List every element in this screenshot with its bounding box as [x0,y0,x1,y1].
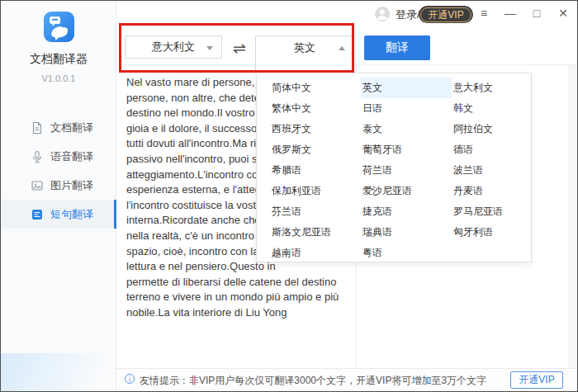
translate-button[interactable]: 翻译 [364,35,430,60]
language-option[interactable]: 日语 [361,98,452,119]
language-option[interactable]: 德语 [452,139,528,160]
language-dropdown-panel: 简体中文 繁体中文 西班牙文 俄罗斯文 希腊语 保加利亚语 芬兰语 斯洛文尼亚语… [256,73,532,262]
target-language-select[interactable]: 英文 [255,35,354,74]
chevron-up-icon [339,46,345,50]
language-option-selected[interactable]: 英文 [361,78,452,98]
language-option[interactable]: 斯洛文尼亚语 [270,222,361,243]
menu-icon[interactable]: ≡ [476,5,491,21]
language-column-2: 英文 日语 泰文 葡萄牙语 荷兰语 爱沙尼亚语 捷克语 瑞典语 粤语 [361,78,452,262]
sidebar-item-label: 短句翻译 [50,207,93,222]
language-option[interactable]: 波兰语 [452,160,528,181]
language-option[interactable]: 繁体中文 [270,98,361,119]
sidebar-item-label: 图片翻译 [50,178,93,193]
language-option[interactable]: 简体中文 [270,78,361,98]
source-line: permette di liberarsi delle catene del d… [126,275,304,290]
sentence-icon [31,208,44,221]
window-controls: ≡ — □ ✕ [476,5,571,21]
sidebar: 文档翻译器 V1.0.0.1 文档翻译 语音翻译 图片翻译 [1,1,116,391]
document-icon [31,121,44,135]
sidebar-item-voice-translate[interactable]: 语音翻译 [1,142,116,171]
sidebar-item-sentence-translate[interactable]: 短句翻译 [1,200,116,229]
app-version: V1.0.0.1 [1,73,116,83]
avatar [375,7,390,21]
microphone-icon [31,150,44,163]
language-option[interactable]: 泰文 [361,119,452,139]
open-vip-button[interactable]: 开通VIP [419,6,473,23]
language-option[interactable]: 希腊语 [270,160,361,181]
language-option[interactable]: 瑞典语 [361,222,452,243]
sidebar-item-image-translate[interactable]: 图片翻译 [1,171,116,200]
scrollbar-track[interactable] [568,65,577,371]
sidebar-item-label: 文档翻译 [50,120,93,135]
source-line: nobile.La vita interiore di Liu Yong [126,305,304,321]
open-vip-label: 开通VIP [420,7,471,22]
language-option[interactable]: 保加利亚语 [270,181,361,201]
language-option[interactable]: 葡萄牙语 [361,139,452,160]
image-icon [31,179,44,192]
footer-open-vip-button[interactable]: 开通VIP [510,371,563,389]
language-option[interactable]: 罗马尼亚语 [452,201,528,222]
language-option[interactable]: 俄罗斯文 [270,139,361,160]
source-line: terreno e vivere in un mondo più ampio e… [126,290,304,305]
language-option[interactable]: 越南语 [270,243,361,263]
language-column-3: 意大利文 韩文 阿拉伯文 德语 波兰语 丹麦语 罗马尼亚语 匈牙利语 [452,78,528,262]
close-icon[interactable]: ✕ [556,5,571,21]
info-icon: i [125,374,135,384]
footer-bar: i 友情提示：非VIP用户每次仅可翻译3000个文字，开通VIP将可增加至3万个… [116,368,576,390]
language-option[interactable]: 西班牙文 [270,119,361,139]
language-option[interactable]: 匈牙利语 [452,222,528,243]
source-language-value: 意大利文 [152,40,195,53]
language-option[interactable]: 意大利文 [452,78,528,98]
language-option[interactable]: 芬兰语 [270,201,361,222]
language-option[interactable]: 爱沙尼亚语 [361,181,452,201]
footer-hint: 友情提示：非VIP用户每次仅可翻译3000个文字，开通VIP将可增加至3万个文字 [140,374,486,388]
source-language-select[interactable]: 意大利文 [125,35,222,59]
app-name: 文档翻译器 [1,52,116,67]
chevron-down-icon [206,46,213,50]
minimize-icon[interactable]: — [503,5,518,21]
language-column-1: 简体中文 繁体中文 西班牙文 俄罗斯文 希腊语 保加利亚语 芬兰语 斯洛文尼亚语… [270,78,361,262]
language-option[interactable]: 丹麦语 [452,181,528,201]
language-option[interactable]: 粤语 [361,243,452,263]
language-option[interactable]: 捷克语 [361,201,452,222]
app-logo-icon [44,12,74,42]
app-window: 文档翻译器 V1.0.0.1 文档翻译 语音翻译 图片翻译 [0,0,578,392]
titlebar: 登录/注册 开通VIP ≡ — □ ✕ [116,1,577,27]
sidebar-item-label: 语音翻译 [50,149,93,164]
language-option[interactable]: 荷兰语 [361,160,452,181]
language-option[interactable]: 韩文 [452,98,528,119]
sidebar-decoration [1,353,116,391]
sidebar-item-document-translate[interactable]: 文档翻译 [1,113,116,142]
language-option[interactable]: 阿拉伯文 [452,119,528,139]
sidebar-menu: 文档翻译 语音翻译 图片翻译 短句翻译 [1,113,116,229]
swap-languages-icon[interactable]: ⇌ [233,39,246,58]
maximize-icon[interactable]: □ [529,5,544,21]
